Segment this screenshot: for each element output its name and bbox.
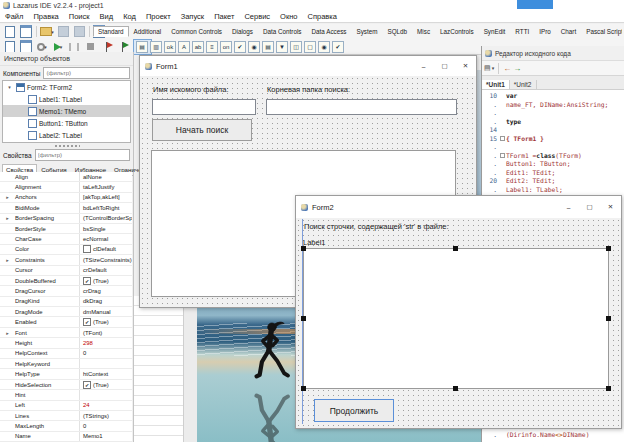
property-value[interactable]: clDefault xyxy=(79,245,132,254)
palette-tab-pascal-script[interactable]: Pascal Script xyxy=(581,26,622,37)
tmemo-icon[interactable]: ≡ xyxy=(206,41,218,53)
property-row-borderstyle[interactable]: BorderStylebsSingle xyxy=(0,224,132,234)
property-value[interactable]: ✔(True) xyxy=(79,380,132,389)
tmainmenu-icon[interactable]: ▤ xyxy=(136,41,148,53)
menu-item-2[interactable]: Поиск xyxy=(64,12,95,21)
resize-handle-top-right[interactable] xyxy=(606,246,611,251)
menu-item-8[interactable]: Сервис xyxy=(239,12,275,21)
property-value[interactable]: 298 xyxy=(79,338,132,347)
property-value[interactable]: (TSizeConstraints) xyxy=(79,255,132,264)
minimize-button[interactable]: – xyxy=(413,56,434,76)
property-row-helpkeyword[interactable]: HelpKeyword xyxy=(0,359,132,369)
fold-column[interactable] xyxy=(499,136,506,141)
palette-tab-system[interactable]: System xyxy=(351,26,382,37)
form2-memo-selected[interactable] xyxy=(303,248,609,389)
property-row-font[interactable]: ▸Font(TFont) xyxy=(0,328,132,338)
property-value[interactable]: ecNormal xyxy=(79,234,132,243)
palette-tab-sqldb[interactable]: SQLdb xyxy=(382,26,412,37)
property-row-height[interactable]: Height298 xyxy=(0,338,132,348)
tcheckbox-icon[interactable]: ✔ xyxy=(234,41,246,53)
property-value[interactable]: Memo1 xyxy=(79,432,132,441)
maximize-button[interactable]: ▢ xyxy=(434,56,455,76)
menu-item-9[interactable]: Окно xyxy=(275,12,302,21)
tbutton-icon[interactable]: ok xyxy=(164,41,176,53)
close-button[interactable]: ✕ xyxy=(600,196,621,218)
tree-item-label2-tlabel[interactable]: Label2: TLabel xyxy=(3,129,130,141)
tcheckgroup-icon[interactable]: ✔ xyxy=(332,41,344,53)
jump-list-icon[interactable]: ▤ xyxy=(484,64,491,72)
tcombobox-icon[interactable]: ▼ xyxy=(276,41,288,53)
fold-box-icon[interactable] xyxy=(500,136,505,141)
navigate-forward-icon[interactable]: → xyxy=(513,64,521,73)
property-expander-icon[interactable]: ▸ xyxy=(0,257,15,263)
properties-filter-input[interactable] xyxy=(35,149,130,161)
property-value[interactable]: dkDrag xyxy=(79,297,132,306)
property-row-lines[interactable]: Lines(TStrings) xyxy=(0,411,132,421)
property-row-doublebuffered[interactable]: DoubleBuffered✔(True) xyxy=(0,276,132,286)
tscrollbar-icon[interactable]: ◫ xyxy=(290,41,302,53)
fold-box-icon[interactable] xyxy=(500,153,505,158)
property-row-bidimode[interactable]: BidiModebdLeftToRight xyxy=(0,203,132,213)
property-row-name[interactable]: NameMemo1 xyxy=(0,432,132,442)
resize-handle-bottom-left[interactable] xyxy=(301,386,306,391)
menu-item-6[interactable]: Запуск xyxy=(176,12,209,21)
palette-tab-synedit[interactable]: SynEdit xyxy=(479,26,511,37)
property-row-alignment[interactable]: AlignmenttaLeftJustify xyxy=(0,182,132,192)
editor-tab-unit2[interactable]: *Unit2 xyxy=(510,80,537,89)
resize-handle-bottom-right[interactable] xyxy=(606,386,611,391)
palette-tab-rtti[interactable]: RTTI xyxy=(510,26,534,37)
menu-item-5[interactable]: Проект xyxy=(141,12,176,21)
new-form-button[interactable] xyxy=(19,25,33,38)
palette-tab-data-controls[interactable]: Data Controls xyxy=(258,26,307,37)
property-value[interactable]: crDefault xyxy=(79,266,132,275)
property-value[interactable]: bsSingle xyxy=(79,224,132,233)
tree-item-button1-tbutton[interactable]: Button1: TButton xyxy=(3,117,130,129)
property-value[interactable]: ✔(True) xyxy=(79,317,132,326)
property-row-dragmode[interactable]: DragModedmManual xyxy=(0,307,132,317)
palette-tab-additional[interactable]: Additional xyxy=(129,26,167,37)
property-row-borderspacing[interactable]: ▸BorderSpacing(TControlBorderSpac xyxy=(0,214,132,224)
property-row-left[interactable]: Left24 xyxy=(0,401,132,411)
tedit-icon[interactable]: ab xyxy=(192,41,204,53)
palette-tab-dialogs[interactable]: Dialogs xyxy=(227,26,258,37)
menu-item-4[interactable]: Код xyxy=(118,12,141,21)
menu-item-10[interactable]: Справка xyxy=(303,12,342,21)
tradiogroup-icon[interactable]: ◉ xyxy=(318,41,330,53)
tree-item-label1-tlabel[interactable]: Label1: TLabel xyxy=(3,93,130,105)
property-value[interactable]: dmManual xyxy=(79,307,132,316)
maximize-button[interactable]: ▢ xyxy=(579,196,600,218)
property-expander-icon[interactable]: ▸ xyxy=(0,215,15,221)
form1-edit-filename[interactable] xyxy=(152,99,256,115)
resize-handle-mid-left[interactable] xyxy=(301,316,306,321)
tradiobutton-icon[interactable]: ◉ xyxy=(248,41,260,53)
code-area[interactable]: 10var. name_FT, DIName:AnsiString;..type… xyxy=(482,90,624,203)
resize-handle-top-left[interactable] xyxy=(301,246,306,251)
palette-tab-data-access[interactable]: Data Access xyxy=(306,26,351,37)
save-all-button[interactable] xyxy=(72,25,86,38)
form1-search-button[interactable]: Начать поиск xyxy=(152,119,252,141)
property-row-hideselection[interactable]: HideSelection✔(True) xyxy=(0,380,132,390)
checkbox-icon[interactable]: ✔ xyxy=(83,381,91,389)
palette-tab-ipro[interactable]: IPro xyxy=(534,26,556,37)
tgroupbox-icon[interactable]: ▢ xyxy=(304,41,316,53)
form2-titlebar[interactable]: Form2 –▢✕ xyxy=(296,196,621,218)
property-value[interactable]: bdLeftToRight xyxy=(79,203,132,212)
tlistbox-icon[interactable]: ▤ xyxy=(262,41,274,53)
palette-tab-standard[interactable]: Standard xyxy=(93,26,129,37)
navigate-back-icon[interactable]: ← xyxy=(503,64,511,73)
save-button[interactable] xyxy=(56,25,70,38)
palette-tab-common-controls[interactable]: Common Controls xyxy=(166,26,227,37)
checkbox-icon[interactable]: ✔ xyxy=(83,277,91,285)
property-value[interactable] xyxy=(79,359,132,368)
property-row-enabled[interactable]: Enabled✔(True) xyxy=(0,317,132,327)
property-value[interactable]: [akTop,akLeft] xyxy=(79,193,132,202)
form1-titlebar[interactable]: Form1 –▢✕ xyxy=(140,56,476,76)
components-filter-input[interactable] xyxy=(43,67,130,79)
property-value[interactable]: taLeftJustify xyxy=(79,182,132,191)
property-value[interactable]: alNone xyxy=(79,172,132,181)
menu-item-7[interactable]: Пакет xyxy=(209,12,239,21)
menu-item-3[interactable]: Вид xyxy=(95,12,119,21)
form2-client-area[interactable]: Поиск строчки, содержащей 'str' в файле:… xyxy=(296,218,621,428)
property-value[interactable]: crDrag xyxy=(79,286,132,295)
property-row-constraints[interactable]: ▸Constraints(TSizeConstraints) xyxy=(0,255,132,265)
